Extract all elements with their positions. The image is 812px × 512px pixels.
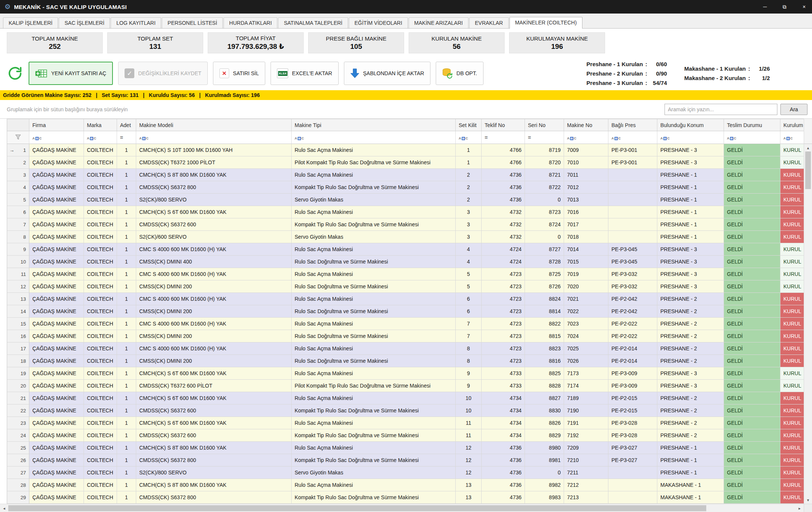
cell-kurulum[interactable]: KURUL (780, 280, 804, 293)
cell-kurulum[interactable]: KURUL (780, 442, 804, 454)
table-row[interactable]: 2ÇAĞDAŞ MAKİNECOILTECH1CMDSS(CK) T6372 1… (7, 156, 804, 169)
cell-konum[interactable]: PRESHANE - 3 (657, 280, 724, 293)
table-row[interactable]: 14ÇAĞDAŞ MAKİNECOILTECH1CMSS(CK) DMINI 2… (7, 305, 804, 318)
cell-model[interactable]: CMDSS(CK) S6372 800 (136, 181, 292, 194)
table-row[interactable]: 27ÇAĞDAŞ MAKİNECOILTECH1S2(CK)/800 SERVO… (7, 467, 804, 479)
cell-makine_no[interactable]: 7019 (564, 268, 608, 280)
cell-konum[interactable]: PRESHANE - 3 (657, 256, 724, 268)
cell-kurulum[interactable]: KURUL (780, 256, 804, 268)
cell-seri_no[interactable]: 8823 (525, 342, 564, 355)
cell-bagli_pres[interactable] (608, 206, 657, 218)
minimize-button[interactable]: ─ (762, 4, 768, 10)
cell-firma[interactable]: ÇAĞDAŞ MAKİNE (29, 144, 84, 156)
cell-firma[interactable]: ÇAĞDAŞ MAKİNE (29, 467, 84, 479)
cell-set_kilit[interactable]: 12 (456, 442, 482, 454)
cell-adet[interactable]: 1 (117, 467, 136, 479)
cell-seri_no[interactable]: 8822 (525, 318, 564, 330)
column-header-makine_no[interactable]: Makine No (564, 119, 608, 131)
cell-teklif_no[interactable]: 4732 (482, 206, 525, 218)
cell-teslim[interactable]: GELDİ (724, 231, 780, 243)
cell-teklif_no[interactable]: 4766 (482, 144, 525, 156)
cell-teslim[interactable]: GELDİ (724, 467, 780, 479)
cell-kurulum[interactable]: KURUL (780, 429, 804, 442)
cell-makine_no[interactable]: 7020 (564, 280, 608, 293)
tab-e-i-ti-m-vi-deolari[interactable]: EĞİTİM VİDEOLARI (349, 17, 408, 28)
cell-set_kilit[interactable]: 11 (456, 429, 482, 442)
cell-bagli_pres[interactable]: PE-P3-032 (608, 268, 657, 280)
tab-maki-neler-coiltech[interactable]: MAKİNELER (COILTECH) (509, 17, 582, 29)
cell-makine_no[interactable]: 7013 (564, 194, 608, 206)
row-indicator[interactable]: 10 (7, 256, 29, 268)
tab-personel-li-stesi[interactable]: PERSONEL LİSTESİ (162, 17, 223, 28)
cell-marka[interactable]: COILTECH (84, 268, 117, 280)
cell-seri_no[interactable]: 8816 (525, 355, 564, 367)
cell-bagli_pres[interactable]: PE-P2-042 (608, 305, 657, 318)
row-indicator[interactable]: 19 (7, 367, 29, 380)
column-header-marka[interactable]: Marka (84, 119, 117, 131)
cell-model[interactable]: CMCH(CK) S 8T 800 MK D1600 YAK (136, 479, 292, 491)
cell-set_kilit[interactable]: 5 (456, 280, 482, 293)
cell-set_kilit[interactable]: 3 (456, 231, 482, 243)
cell-konum[interactable]: PRESHANE - 2 (657, 429, 724, 442)
column-header-adet[interactable]: Adet (117, 119, 136, 131)
cell-tip[interactable]: Kompakt Tip Rulo Sac Doğrultma ve Sürme … (292, 404, 456, 417)
cell-makine_no[interactable]: 7012 (564, 181, 608, 194)
cell-seri_no[interactable]: 8828 (525, 380, 564, 392)
cell-bagli_pres[interactable]: PE-P3-009 (608, 367, 657, 380)
cell-teslim[interactable]: GELDİ (724, 280, 780, 293)
column-header-konum[interactable]: Bulunduğu Konum (657, 119, 724, 131)
vertical-scroll-track[interactable] (804, 151, 812, 496)
cell-teklif_no[interactable]: 4734 (482, 417, 525, 429)
cell-firma[interactable]: ÇAĞDAŞ MAKİNE (29, 392, 84, 404)
cell-marka[interactable]: COILTECH (84, 156, 117, 169)
cell-marka[interactable]: COILTECH (84, 367, 117, 380)
cell-makine_no[interactable]: 7213 (564, 491, 608, 504)
cell-bagli_pres[interactable]: PE-P3-028 (608, 417, 657, 429)
cell-makine_no[interactable]: 7024 (564, 330, 608, 342)
scroll-right-icon[interactable]: ▸ (795, 504, 804, 512)
cell-konum[interactable]: MAKASHANE - 1 (657, 479, 724, 491)
table-row[interactable]: 23ÇAĞDAŞ MAKİNECOILTECH1CMCH(CK) S 6T 60… (7, 417, 804, 429)
cell-makine_no[interactable]: 7192 (564, 429, 608, 442)
cell-teslim[interactable]: GELDİ (724, 454, 780, 467)
cell-set_kilit[interactable]: 3 (456, 218, 482, 231)
tab-hurda-atiklari[interactable]: HURDA ATIKLARI (224, 17, 277, 28)
row-indicator[interactable]: 21 (7, 392, 29, 404)
cell-teslim[interactable]: GELDİ (724, 243, 780, 256)
cell-set_kilit[interactable]: 1 (456, 144, 482, 156)
cell-konum[interactable]: PRESHANE - 2 (657, 330, 724, 342)
cell-model[interactable]: CMC S 4000 600 MK D1600 (H) YAK (136, 318, 292, 330)
cell-makine_no[interactable]: 7015 (564, 256, 608, 268)
cell-model[interactable]: CMCH(CK) S 6T 600 MK D1600 YAK (136, 206, 292, 218)
cell-teklif_no[interactable]: 4723 (482, 330, 525, 342)
cell-marka[interactable]: COILTECH (84, 169, 117, 181)
column-header-tip[interactable]: Makine Tipi (292, 119, 456, 131)
cell-marka[interactable]: COILTECH (84, 429, 117, 442)
cell-makine_no[interactable]: 7018 (564, 231, 608, 243)
cell-adet[interactable]: 1 (117, 218, 136, 231)
row-indicator[interactable]: 16 (7, 330, 29, 342)
cell-teslim[interactable]: GELDİ (724, 417, 780, 429)
row-indicator[interactable]: 2 (7, 156, 29, 169)
filter-cell-bagli_pres[interactable]: ABC (608, 131, 657, 144)
row-indicator[interactable]: 4 (7, 181, 29, 194)
cell-seri_no[interactable]: 8983 (525, 491, 564, 504)
cell-marka[interactable]: COILTECH (84, 491, 117, 504)
cell-adet[interactable]: 1 (117, 181, 136, 194)
cell-teklif_no[interactable]: 4733 (482, 380, 525, 392)
cell-model[interactable]: CMC S 4000 600 MK D1600 (H) YAK (136, 342, 292, 355)
cell-seri_no[interactable]: 8725 (525, 268, 564, 280)
filter-cell-teklif_no[interactable]: = (482, 131, 525, 144)
cell-firma[interactable]: ÇAĞDAŞ MAKİNE (29, 206, 84, 218)
row-indicator[interactable]: 11 (7, 268, 29, 280)
cell-model[interactable]: CMC S 4000 600 MK D1600 (H) YAK (136, 243, 292, 256)
cell-teklif_no[interactable]: 4723 (482, 280, 525, 293)
cell-tip[interactable]: Rulo Sac Doğrultma ve Sürme Makinesi (292, 305, 456, 318)
cell-konum[interactable]: PRESHANE - 2 (657, 417, 724, 429)
cell-set_kilit[interactable]: 7 (456, 330, 482, 342)
cell-teklif_no[interactable]: 4766 (482, 156, 525, 169)
cell-model[interactable]: CMSS(CK) DMINI 400 (136, 256, 292, 268)
search-input[interactable] (665, 104, 777, 115)
cell-teslim[interactable]: GELDİ (724, 479, 780, 491)
cell-bagli_pres[interactable] (608, 467, 657, 479)
